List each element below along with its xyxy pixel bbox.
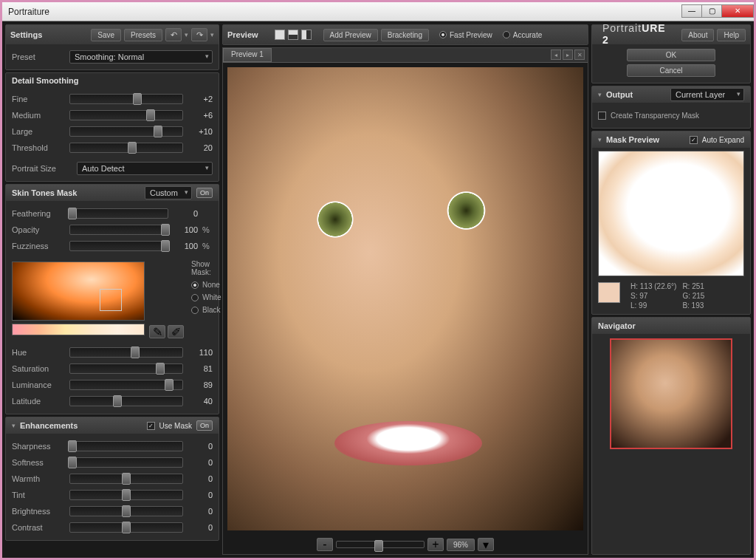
preview-canvas[interactable] xyxy=(227,67,583,530)
app-window: Portraiture — ▢ ✕ Settings Save Presets … xyxy=(0,0,756,560)
slider-softness[interactable] xyxy=(69,457,183,468)
maskprev-collapse-icon[interactable]: ▾ xyxy=(598,136,602,143)
enh-on-toggle[interactable]: On xyxy=(196,420,213,431)
use-mask-checkbox[interactable]: ✓ xyxy=(147,422,155,430)
mask-none-radio[interactable] xyxy=(191,281,199,289)
preview-tab-1[interactable]: Preview 1 xyxy=(223,48,272,62)
eyedropper-minus-icon[interactable]: ✐ xyxy=(168,325,184,338)
tab-close-icon[interactable]: ✕ xyxy=(574,49,585,60)
slider-medium[interactable] xyxy=(69,110,183,120)
redo-icon[interactable]: ↷ xyxy=(191,28,207,41)
undo-menu-icon[interactable]: ▾ xyxy=(185,31,188,38)
mask-custom-select[interactable]: Custom xyxy=(145,186,192,199)
slider-row: Brightness0 xyxy=(12,503,213,519)
portrait-size-select[interactable]: Auto Detect xyxy=(77,162,213,175)
slider-latitude[interactable] xyxy=(69,396,183,406)
cancel-button[interactable]: Cancel xyxy=(627,64,715,77)
close-button[interactable]: ✕ xyxy=(721,4,754,18)
slider-threshold[interactable] xyxy=(69,143,183,153)
slider-row: Contrast0 xyxy=(12,519,213,536)
transparency-mask-checkbox[interactable] xyxy=(598,112,606,120)
tab-prev-icon[interactable]: ◂ xyxy=(551,49,561,60)
mask-on-toggle[interactable]: On xyxy=(196,188,213,198)
enhancements-collapse-icon[interactable]: ▾ xyxy=(12,422,16,429)
slider-fine[interactable] xyxy=(69,94,183,104)
zoom-menu-icon[interactable]: ▾ xyxy=(478,538,494,551)
about-button[interactable]: About xyxy=(681,29,714,41)
mask-black-radio[interactable] xyxy=(191,307,199,314)
slider-row: Feathering0 xyxy=(12,205,213,222)
titlebar[interactable]: Portraiture — ▢ ✕ xyxy=(2,2,754,21)
slider-hue[interactable] xyxy=(69,347,183,358)
slider-row: Latitude40 xyxy=(12,393,213,409)
slider-value: 20 xyxy=(188,143,213,152)
hue-strip[interactable] xyxy=(12,324,145,335)
slider-contrast[interactable] xyxy=(69,522,183,533)
slider-label: Sharpness xyxy=(12,442,65,451)
eyedropper-icon[interactable]: ✎ xyxy=(149,325,165,338)
slider-luminance[interactable] xyxy=(69,380,183,390)
slider-label: Latitude xyxy=(12,397,65,406)
color-field[interactable] xyxy=(12,262,145,321)
preset-select[interactable]: Smoothing: Normal xyxy=(69,50,213,64)
mask-preview-image xyxy=(598,151,744,276)
zoom-value[interactable]: 96% xyxy=(447,539,475,551)
slider-row: Saturation81 xyxy=(12,361,213,377)
slider-value: +10 xyxy=(188,127,213,136)
slider-fuzziness[interactable] xyxy=(69,241,168,251)
view-single-icon[interactable] xyxy=(275,30,285,40)
slider-tint[interactable] xyxy=(69,490,183,500)
accurate-radio[interactable] xyxy=(503,31,510,38)
slider-large[interactable] xyxy=(69,126,183,137)
save-button[interactable]: Save xyxy=(91,29,121,41)
undo-icon[interactable]: ↶ xyxy=(165,28,182,41)
slider-sharpness[interactable] xyxy=(69,441,183,451)
window-title: Portraiture xyxy=(8,7,682,17)
view-split-v-icon[interactable] xyxy=(301,30,312,40)
slider-value: 0 xyxy=(188,507,213,516)
slider-value: 40 xyxy=(188,397,213,406)
minimize-button[interactable]: — xyxy=(681,4,702,18)
redo-menu-icon[interactable]: ▾ xyxy=(210,31,214,38)
zoom-in-button[interactable]: + xyxy=(427,538,444,551)
slider-label: Large xyxy=(12,127,65,136)
slider-label: Warmth xyxy=(12,474,65,483)
slider-row: Threshold20 xyxy=(12,140,213,156)
slider-value: 81 xyxy=(188,364,213,373)
output-collapse-icon[interactable]: ▾ xyxy=(598,91,602,98)
navigator-thumbnail[interactable] xyxy=(610,338,732,449)
bracketing-button[interactable]: Bracketing xyxy=(381,29,429,41)
slider-row: Fine+2 xyxy=(12,91,213,107)
add-preview-button[interactable]: Add Preview xyxy=(323,29,378,41)
presets-button[interactable]: Presets xyxy=(124,29,162,41)
slider-label: Saturation xyxy=(12,364,65,373)
view-split-h-icon[interactable] xyxy=(288,30,298,40)
slider-warmth[interactable] xyxy=(69,474,183,484)
slider-value: 110 xyxy=(188,348,213,357)
slider-value: 100 xyxy=(173,225,198,234)
tab-next-icon[interactable]: ▸ xyxy=(563,49,573,60)
slider-opacity[interactable] xyxy=(69,225,168,235)
mask-white-radio[interactable] xyxy=(191,294,199,301)
slider-row: Softness0 xyxy=(12,454,213,471)
slider-label: Fine xyxy=(12,95,65,103)
ok-button[interactable]: OK xyxy=(627,49,715,61)
slider-value: 0 xyxy=(188,458,213,467)
zoom-slider[interactable] xyxy=(336,541,425,548)
portrait-size-label: Portrait Size xyxy=(12,164,72,173)
auto-expand-checkbox[interactable]: ✓ xyxy=(690,136,698,144)
mask-preview-title: Mask Preview xyxy=(606,135,659,144)
slider-label: Opacity xyxy=(12,225,65,234)
slider-row: Sharpness0 xyxy=(12,438,213,454)
slider-value: 0 xyxy=(188,491,213,499)
slider-label: Threshold xyxy=(12,143,65,152)
help-button[interactable]: Help xyxy=(717,29,746,41)
slider-brightness[interactable] xyxy=(69,506,183,516)
slider-saturation[interactable] xyxy=(69,363,183,374)
zoom-out-button[interactable]: - xyxy=(317,538,333,551)
maximize-button[interactable]: ▢ xyxy=(701,4,722,18)
fast-preview-radio[interactable] xyxy=(439,31,447,38)
slider-row: Luminance89 xyxy=(12,377,213,393)
output-select[interactable]: Current Layer xyxy=(670,88,744,101)
slider-feathering[interactable] xyxy=(69,208,168,219)
